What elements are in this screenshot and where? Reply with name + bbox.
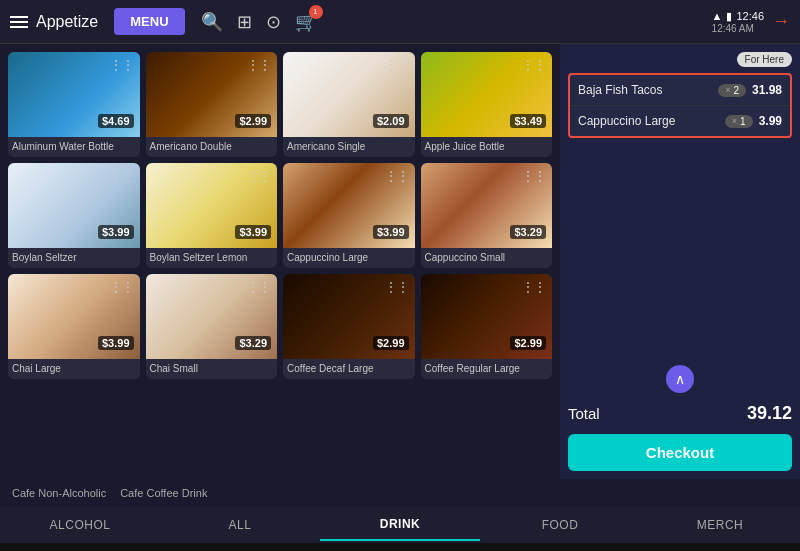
checkout-button[interactable]: Checkout (568, 434, 792, 471)
tab-item-food[interactable]: FOOD (480, 510, 640, 540)
top-bar-right: ▲ ▮ 12:46 12:46 AM → (712, 10, 790, 34)
product-name: Chai Small (146, 359, 278, 379)
product-menu-icon[interactable]: ⋮⋮ (385, 58, 409, 72)
product-grid: $4.69 ⋮⋮ Aluminum Water Bottle $2.99 ⋮⋮ … (8, 52, 552, 379)
product-card[interactable]: $4.69 ⋮⋮ Aluminum Water Bottle (8, 52, 140, 157)
android-nav: ◄ ● ■ (0, 543, 800, 551)
product-section: $4.69 ⋮⋮ Aluminum Water Bottle $2.99 ⋮⋮ … (0, 44, 560, 479)
product-name: Coffee Decaf Large (283, 359, 415, 379)
product-menu-icon[interactable]: ⋮⋮ (110, 280, 134, 294)
top-bar-left: Appetize MENU 🔍 ⊞ ⊙ 🛒 1 (10, 8, 702, 35)
cart-item: Cappuccino Large ×1 3.99 (570, 106, 790, 136)
product-menu-icon[interactable]: ⋮⋮ (385, 169, 409, 183)
cart-total-row: Total 39.12 (568, 399, 792, 428)
product-menu-icon[interactable]: ⋮⋮ (110, 169, 134, 183)
time: 12:46 (736, 10, 764, 22)
product-name: Americano Double (146, 137, 278, 157)
product-price: $3.29 (235, 336, 271, 350)
product-price: $2.99 (235, 114, 271, 128)
cart-item-qty[interactable]: ×1 (725, 115, 753, 128)
product-price: $4.69 (98, 114, 134, 128)
product-name: Aluminum Water Bottle (8, 137, 140, 157)
time-sub: 12:46 AM (712, 23, 764, 34)
product-menu-icon[interactable]: ⋮⋮ (522, 169, 546, 183)
product-card[interactable]: $3.99 ⋮⋮ Cappuccino Large (283, 163, 415, 268)
cart-panel: For Here Baja Fish Tacos ×2 31.98 Cappuc… (560, 44, 800, 479)
product-card[interactable]: $2.99 ⋮⋮ Coffee Regular Large (421, 274, 553, 379)
exit-icon[interactable]: → (772, 11, 790, 32)
profile-icon[interactable]: ⊙ (266, 11, 281, 33)
main-layout: $4.69 ⋮⋮ Aluminum Water Bottle $2.99 ⋮⋮ … (0, 44, 800, 479)
product-menu-icon[interactable]: ⋮⋮ (247, 280, 271, 294)
cart-item-name: Cappuccino Large (578, 114, 719, 128)
product-name: Apple Juice Bottle (421, 137, 553, 157)
product-menu-icon[interactable]: ⋮⋮ (247, 58, 271, 72)
product-card[interactable]: $2.09 ⋮⋮ Americano Single (283, 52, 415, 157)
category-tag[interactable]: Cafe Non-Alcoholic (12, 487, 106, 499)
product-card[interactable]: $3.99 ⋮⋮ Chai Large (8, 274, 140, 379)
product-card[interactable]: $3.99 ⋮⋮ Boylan Seltzer Lemon (146, 163, 278, 268)
product-price: $3.99 (98, 225, 134, 239)
top-bar: Appetize MENU 🔍 ⊞ ⊙ 🛒 1 ▲ ▮ 12:46 12:46 … (0, 0, 800, 44)
product-card[interactable]: $3.29 ⋮⋮ Chai Small (146, 274, 278, 379)
product-card[interactable]: $2.99 ⋮⋮ Coffee Decaf Large (283, 274, 415, 379)
cart-item-price: 3.99 (759, 114, 782, 128)
product-menu-icon[interactable]: ⋮⋮ (110, 58, 134, 72)
product-price: $2.99 (510, 336, 546, 350)
product-price: $2.09 (373, 114, 409, 128)
product-price: $3.29 (510, 225, 546, 239)
tab-item-merch[interactable]: MERCH (640, 510, 800, 540)
product-name: Coffee Regular Large (421, 359, 553, 379)
menu-button[interactable]: MENU (114, 8, 184, 35)
product-price: $3.99 (98, 336, 134, 350)
category-tag[interactable]: Cafe Coffee Drink (120, 487, 207, 499)
grid-icon[interactable]: ⊞ (237, 11, 252, 33)
product-name: Cappuccino Small (421, 248, 553, 268)
cart-item-price: 31.98 (752, 83, 782, 97)
product-menu-icon[interactable]: ⋮⋮ (247, 169, 271, 183)
product-price: $3.49 (510, 114, 546, 128)
product-card[interactable]: $3.29 ⋮⋮ Cappuccino Small (421, 163, 553, 268)
for-here-badge: For Here (737, 52, 792, 67)
product-card[interactable]: $3.99 ⋮⋮ Boylan Seltzer (8, 163, 140, 268)
search-icon[interactable]: 🔍 (201, 11, 223, 33)
wifi-icon: ▲ (712, 10, 723, 22)
cart-item-qty[interactable]: ×2 (718, 84, 746, 97)
qty-x: × (725, 85, 730, 95)
cart-item: Baja Fish Tacos ×2 31.98 (570, 75, 790, 106)
qty-x: × (732, 116, 737, 126)
tabs-bar: ALCOHOLALLDRINKFOODMERCH (0, 507, 800, 543)
product-card[interactable]: $3.49 ⋮⋮ Apple Juice Bottle (421, 52, 553, 157)
cart-total-label: Total (568, 405, 600, 422)
product-price: $3.99 (373, 225, 409, 239)
product-name: Boylan Seltzer Lemon (146, 248, 278, 268)
product-card[interactable]: $2.99 ⋮⋮ Americano Double (146, 52, 278, 157)
cart-items: Baja Fish Tacos ×2 31.98 Cappuccino Larg… (568, 73, 792, 138)
top-icons: 🔍 ⊞ ⊙ 🛒 1 (201, 11, 317, 33)
product-price: $3.99 (235, 225, 271, 239)
product-menu-icon[interactable]: ⋮⋮ (522, 280, 546, 294)
chevron-up-button[interactable]: ∧ (666, 365, 694, 393)
product-name: Boylan Seltzer (8, 248, 140, 268)
product-price: $2.99 (373, 336, 409, 350)
status-icons: ▲ ▮ 12:46 (712, 10, 764, 23)
product-name: Cappuccino Large (283, 248, 415, 268)
app-title: Appetize (36, 13, 98, 31)
hamburger-menu-icon[interactable] (10, 16, 28, 28)
tab-item-all[interactable]: ALL (160, 510, 320, 540)
battery-icon: ▮ (726, 10, 732, 23)
cart-total-amount: 39.12 (747, 403, 792, 424)
category-tags: Cafe Non-AlcoholicCafe Coffee Drink (0, 479, 800, 507)
cart-item-name: Baja Fish Tacos (578, 83, 712, 97)
product-menu-icon[interactable]: ⋮⋮ (385, 280, 409, 294)
tab-item-drink[interactable]: DRINK (320, 509, 480, 541)
product-menu-icon[interactable]: ⋮⋮ (522, 58, 546, 72)
product-name: Chai Large (8, 359, 140, 379)
tab-item-alcohol[interactable]: ALCOHOL (0, 510, 160, 540)
product-name: Americano Single (283, 137, 415, 157)
cart-icon-wrap[interactable]: 🛒 1 (295, 11, 317, 33)
cart-badge: 1 (309, 5, 323, 19)
